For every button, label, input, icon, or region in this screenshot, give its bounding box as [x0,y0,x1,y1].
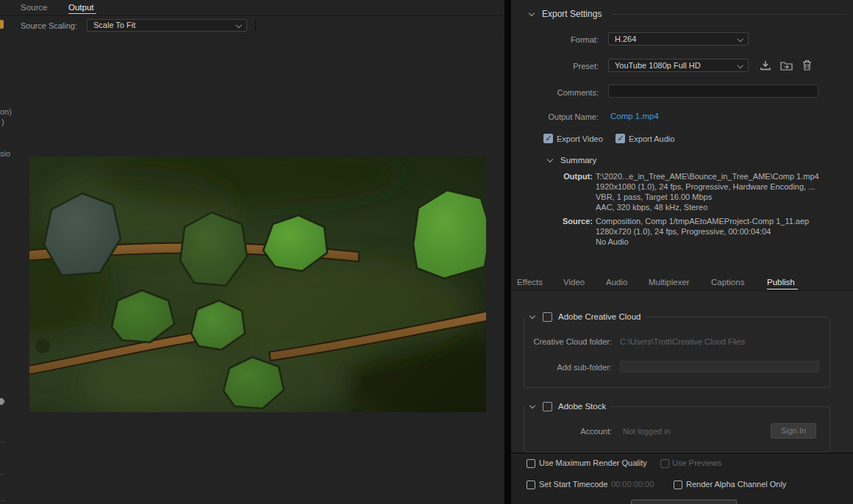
comments-input[interactable] [608,84,818,98]
set-start-timecode-checkbox[interactable] [527,480,535,489]
export-settings-rule [612,14,847,15]
tab-multiplexer[interactable]: Multiplexer [649,278,690,287]
preset-dropdown[interactable]: YouTube 1080p Full HD [608,59,749,72]
use-previews-label: Use Previews [672,458,721,467]
tab-publish-underline [767,289,798,289]
summary-source-line: 1280x720 (1.0), 24 fps, Progressive, 00:… [596,227,771,236]
tab-output[interactable]: Output [68,3,94,12]
clipped-ui-fragment [0,442,5,442]
render-alpha-checkbox[interactable] [674,480,682,489]
save-preset-icon[interactable] [760,60,771,71]
summary-source-line: No Audio [596,237,629,246]
adobe-stock-label: Adobe Stock [558,402,606,411]
scaling-row-divider [0,35,504,35]
comments-label: Comments: [510,88,599,97]
tab-effects[interactable]: Effects [517,278,543,287]
creative-cloud-group [524,317,830,388]
tab-video[interactable]: Video [563,278,585,287]
cc-folder-value: C:\Users\Trott\Creative Cloud Files [620,337,745,346]
chevron-down-icon [738,62,744,69]
subfolder-input [620,361,819,372]
import-preset-icon[interactable] [780,60,793,71]
export-video-checkbox[interactable] [543,134,553,143]
output-name-label: Output Name: [510,112,599,121]
adobe-stock-checkbox[interactable] [543,402,552,411]
export-settings-title: Export Settings [542,9,602,19]
summary-source-line: Composition, Comp 1/tmpAEtoAMEProject-Co… [596,217,809,226]
set-start-timecode-label: Set Start Timecode [539,480,608,489]
chevron-down-icon[interactable] [529,403,537,410]
max-render-quality-label: Use Maximum Render Quality [539,458,647,467]
source-scaling-label: Source Scaling: [21,21,77,30]
output-name-link[interactable]: Comp 1.mp4 [610,112,659,120]
clipped-text-fragment: sio [0,149,10,158]
format-label: Format: [510,35,599,44]
preset-label: Preset: [510,62,599,71]
clipped-ui-fragment [0,500,5,501]
cc-folder-label: Creative Cloud folder: [510,337,612,346]
subfolder-label: Add sub-folder: [510,363,612,372]
use-previews-checkbox [660,459,669,468]
max-render-quality-checkbox[interactable] [527,459,535,468]
chevron-down-icon [236,22,243,29]
chevron-down-icon[interactable] [547,156,554,164]
clipped-icon-fragment [0,397,5,406]
account-label: Account: [510,427,612,436]
toolbar-separator [255,20,256,31]
export-audio-label: Export Audio [629,134,674,143]
summary-output-line: T:\2020...e_in_Tree_AME\Bounce_in_Tree_A… [596,172,819,181]
summary-title: Summary [560,156,596,165]
export-video-label: Export Video [557,134,603,143]
clipped-ui-fragment [0,474,5,475]
source-scaling-dropdown[interactable]: Scale To Fit [87,19,247,32]
clipped-icon-fragment [0,20,4,29]
media-encoder-export-window: Source Output Source Scaling: Scale To F… [0,0,853,504]
chevron-down-icon[interactable] [529,313,537,320]
summary-source-label: Source: [510,217,593,226]
export-audio-checkbox[interactable] [615,134,625,143]
clipped-button-fragment [631,500,737,504]
preset-value: YouTube 1080p Full HD [615,61,701,70]
format-dropdown[interactable]: H.264 [608,32,749,46]
creative-cloud-group-header: Adobe Creative Cloud [525,311,646,323]
tab-output-underline [68,13,96,14]
source-scaling-value: Scale To Fit [93,21,135,29]
render-alpha-label: Render Alpha Channel Only [686,480,786,489]
clipped-text-fragment: on) [0,107,12,116]
adobe-stock-group-header: Adobe Stock [525,400,610,412]
left-tabbar-divider [0,15,504,15]
summary-output-line: 1920x1080 (1.0), 24 fps, Progressive, Ha… [596,182,815,191]
tab-captions[interactable]: Captions [711,278,744,287]
tab-audio[interactable]: Audio [606,278,627,287]
creative-cloud-checkbox[interactable] [543,312,552,322]
preview-image [29,156,486,412]
summary-output-line: AAC, 320 kbps, 48 kHz, Stereo [596,203,707,212]
clipped-text-fragment: ) [1,118,4,126]
chevron-down-icon[interactable] [529,10,536,18]
format-value: H.264 [615,35,636,43]
chevron-down-icon [738,36,744,43]
summary-output-label: Output: [510,172,593,181]
delete-preset-icon[interactable] [802,60,812,71]
creative-cloud-label: Adobe Creative Cloud [558,312,641,321]
summary-output-line: VBR, 1 pass, Target 16.00 Mbps [596,192,712,201]
account-value: Not logged in [623,427,671,436]
tab-publish[interactable]: Publish [767,278,795,287]
tab-source[interactable]: Source [21,3,47,12]
start-timecode-value: 00:00:00:00 [611,480,654,489]
sign-in-button[interactable]: Sign In [771,423,816,439]
